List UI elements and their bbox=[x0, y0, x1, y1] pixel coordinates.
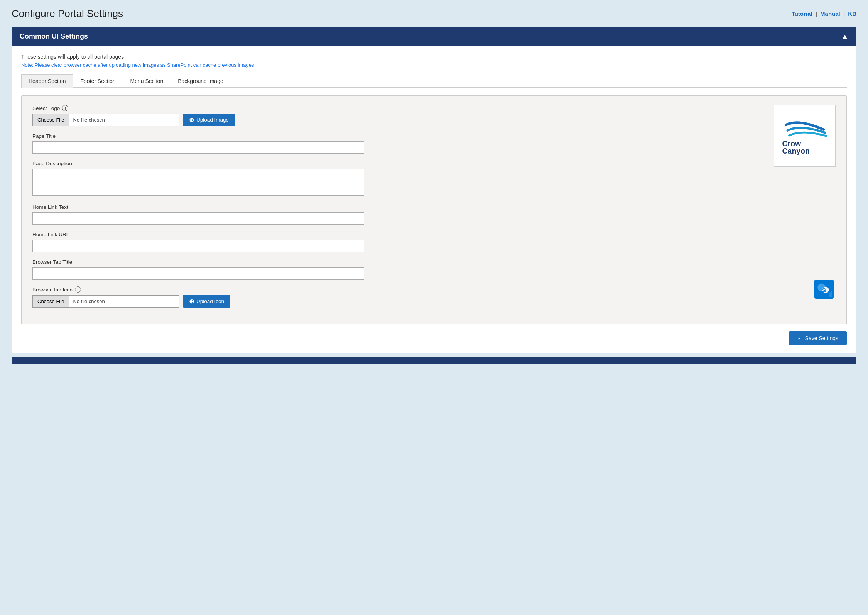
form-section: Crow Canyon Software S Select Logo bbox=[21, 95, 847, 324]
browser-tab-title-label: Browser Tab Title bbox=[32, 259, 836, 265]
page-header: Configure Portal Settings Tutorial | Man… bbox=[12, 8, 856, 20]
browser-tab-icon-label: Browser Tab Icon i bbox=[32, 286, 836, 293]
logo-choose-file-button[interactable]: Choose File bbox=[33, 114, 69, 126]
upload-image-button[interactable]: ⊕ Upload Image bbox=[183, 114, 235, 126]
home-link-url-label: Home Link URL bbox=[32, 232, 836, 237]
page-description-input[interactable] bbox=[32, 169, 364, 196]
collapse-icon[interactable]: ▲ bbox=[841, 32, 848, 41]
upload-image-plus-icon: ⊕ bbox=[189, 116, 194, 124]
browser-tab-icon-group: Browser Tab Icon i Choose File No file c… bbox=[32, 286, 836, 308]
icon-choose-file-button[interactable]: Choose File bbox=[33, 296, 69, 307]
home-link-url-group: Home Link URL bbox=[32, 232, 836, 252]
bottom-bar bbox=[12, 357, 856, 364]
panel-title: Common UI Settings bbox=[20, 32, 88, 41]
panel-header: Common UI Settings ▲ bbox=[12, 27, 856, 46]
cache-note: Note: Please clear browser cache after u… bbox=[21, 62, 847, 68]
select-logo-info-icon[interactable]: i bbox=[62, 105, 68, 111]
home-link-text-group: Home Link Text bbox=[32, 204, 836, 225]
home-link-text-label: Home Link Text bbox=[32, 204, 836, 210]
page-title-label: Page Title bbox=[32, 133, 836, 139]
tab-footer-section[interactable]: Footer Section bbox=[73, 74, 123, 88]
logo-no-file-text: No file chosen bbox=[69, 117, 108, 123]
svg-text:S: S bbox=[822, 287, 826, 293]
manual-link[interactable]: Manual bbox=[820, 10, 840, 17]
icon-file-input-wrapper: Choose File No file chosen bbox=[32, 295, 179, 308]
checkmark-icon: ✓ bbox=[797, 335, 802, 341]
page-description-group: Page Description bbox=[32, 161, 836, 197]
icon-no-file-text: No file chosen bbox=[69, 298, 108, 304]
upload-icon-button[interactable]: ⊕ Upload Icon bbox=[183, 295, 230, 308]
page-description-label: Page Description bbox=[32, 161, 836, 166]
tab-background-image[interactable]: Background Image bbox=[171, 74, 231, 88]
tab-menu-section[interactable]: Menu Section bbox=[123, 74, 171, 88]
page-title-group: Page Title bbox=[32, 133, 836, 154]
section-tabs: Header Section Footer Section Menu Secti… bbox=[21, 74, 847, 88]
page-links: Tutorial | Manual | KB bbox=[792, 10, 856, 17]
home-link-text-input[interactable] bbox=[32, 212, 364, 225]
logo-file-input-wrapper: Choose File No file chosen bbox=[32, 114, 179, 126]
browser-tab-icon-info-icon[interactable]: i bbox=[75, 286, 81, 293]
save-settings-button[interactable]: ✓ Save Settings bbox=[789, 331, 847, 345]
page-title-input[interactable] bbox=[32, 141, 364, 154]
svg-text:Software: Software bbox=[782, 154, 814, 156]
tab-header-section[interactable]: Header Section bbox=[21, 74, 73, 88]
kb-link[interactable]: KB bbox=[848, 10, 856, 17]
tutorial-link[interactable]: Tutorial bbox=[792, 10, 812, 17]
icon-preview: S bbox=[812, 278, 836, 301]
upload-icon-plus-icon: ⊕ bbox=[189, 298, 194, 305]
icon-upload-row: Choose File No file chosen ⊕ Upload Icon bbox=[32, 295, 836, 308]
browser-tab-title-input[interactable] bbox=[32, 267, 364, 280]
home-link-url-input[interactable] bbox=[32, 240, 364, 252]
panel-body: These settings will apply to all portal … bbox=[12, 46, 856, 353]
select-logo-group: Select Logo i Choose File No file chosen… bbox=[32, 105, 836, 126]
logo-preview: Crow Canyon Software bbox=[774, 105, 836, 167]
logo-upload-row: Choose File No file chosen ⊕ Upload Imag… bbox=[32, 114, 836, 126]
settings-description: These settings will apply to all portal … bbox=[21, 54, 847, 60]
common-ui-settings-panel: Common UI Settings ▲ These settings will… bbox=[12, 27, 856, 353]
page-title: Configure Portal Settings bbox=[12, 8, 123, 20]
save-row: ✓ Save Settings bbox=[21, 331, 847, 345]
select-logo-label: Select Logo i bbox=[32, 105, 836, 111]
browser-tab-title-group: Browser Tab Title bbox=[32, 259, 836, 280]
